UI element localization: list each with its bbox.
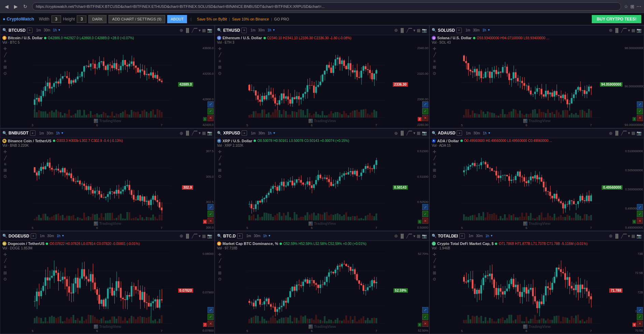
fullscreen-btn-dogeusd[interactable]: ⤢ xyxy=(207,307,214,313)
bar-chart-icon-ethusd[interactable]: ▐▌ xyxy=(399,28,405,33)
tf-dropdown-ethusd[interactable]: ▾ xyxy=(273,28,275,32)
add-chart-btn-totaldefi[interactable]: + xyxy=(459,233,465,239)
crosshair-icon-adausd[interactable]: ⊕ xyxy=(609,131,613,136)
add-chart-btn-btcd[interactable]: + xyxy=(237,233,243,239)
zoom-tool-totaldefi[interactable]: ⊙ xyxy=(430,277,439,281)
width-input[interactable] xyxy=(52,15,61,23)
tf-1h-dogeusd[interactable]: 1h xyxy=(56,234,61,238)
zoom-tool-dogeusd[interactable]: ⊙ xyxy=(1,277,9,281)
line-tool-adausd[interactable]: ╱ xyxy=(430,156,439,160)
zoom-tool-xrpusd[interactable]: ⊙ xyxy=(216,174,224,179)
tf-30m-xrpusd[interactable]: 30m xyxy=(257,131,266,135)
candle-icon-totaldefi[interactable]: ▦ xyxy=(631,234,635,238)
back-button[interactable]: ◀ xyxy=(3,3,11,10)
add-chart-btn-ethusd[interactable]: + xyxy=(241,28,247,33)
line-tool-bnbusdt[interactable]: ╱ xyxy=(1,156,9,160)
candle-icon-btcusd[interactable]: ▦ xyxy=(202,28,206,33)
camera-icon-dogeusd[interactable]: 📷 xyxy=(207,234,212,238)
measure-tool-totaldefi[interactable]: ⊞ xyxy=(430,271,439,275)
indicators-tool-ethusd[interactable]: ≡ xyxy=(216,59,224,63)
bar-chart-icon-totaldefi[interactable]: ▐▌ xyxy=(614,234,620,238)
ext-icon[interactable]: ⊞ xyxy=(630,4,634,9)
tf-1m-solusd[interactable]: 1m xyxy=(464,28,471,32)
remove-btn-btcd[interactable]: ✕ xyxy=(422,321,428,327)
cursor-tool-xrpusd[interactable]: ✛ xyxy=(216,149,224,154)
crosshair-icon-ethusd[interactable]: ⊕ xyxy=(394,28,398,33)
cursor-tool-btcd[interactable]: ✛ xyxy=(216,252,224,257)
fullscreen-btn-xrpusd[interactable]: ⤢ xyxy=(422,204,428,210)
bar-chart-icon-btcd[interactable]: ▐▌ xyxy=(399,234,405,238)
camera-icon-btcd[interactable]: 📷 xyxy=(422,234,427,238)
chart-dropdown-icon-adausd[interactable]: ▾ xyxy=(628,131,630,135)
zoom-tool-btcusd[interactable]: ⊙ xyxy=(1,71,9,76)
tf-1m-xrpusd[interactable]: 1m xyxy=(250,131,257,135)
add-chart-btn-adausd[interactable]: + xyxy=(457,130,462,136)
line-tool-dogeusd[interactable]: ╱ xyxy=(1,258,9,263)
tf-1m-dogeusd[interactable]: 1m xyxy=(39,234,46,238)
measure-tool-bnbusdt[interactable]: ⊞ xyxy=(1,168,9,173)
candle-icon-bnbusdt[interactable]: ▦ xyxy=(202,131,206,135)
add-chart-btn-dogeusd[interactable]: + xyxy=(31,233,36,239)
bybit-link[interactable]: Save 5% on ByBit xyxy=(197,17,227,21)
confirm-btn-dogeusd[interactable]: ✓ xyxy=(207,314,214,320)
tf-1m-ethusd[interactable]: 1m xyxy=(249,28,256,32)
gopro-link[interactable]: GO PRO xyxy=(274,17,289,21)
height-input[interactable] xyxy=(77,15,86,23)
line-tool-btcusd[interactable]: ╱ xyxy=(1,53,9,57)
tf-1h-ethusd[interactable]: 1h xyxy=(267,28,272,32)
tf-dropdown-dogeusd[interactable]: ▾ xyxy=(62,234,64,238)
chart-dropdown-icon-ethusd[interactable]: ▾ xyxy=(413,28,415,33)
candle-icon-btcd[interactable]: ▦ xyxy=(417,234,420,238)
tf-dropdown-totaldefi[interactable]: ▾ xyxy=(491,234,492,238)
confirm-btn-btcusd[interactable]: ✓ xyxy=(207,108,214,114)
fullscreen-btn-adausd[interactable]: ⤢ xyxy=(637,204,643,210)
bar-chart-icon-dogeusd[interactable]: ▐▌ xyxy=(185,234,190,238)
line-chart-icon-bnbusdt[interactable]: ╱▔ xyxy=(192,131,197,135)
confirm-btn-xrpusd[interactable]: ✓ xyxy=(422,211,428,217)
crosshair-icon-dogeusd[interactable]: ⊕ xyxy=(180,233,183,238)
tf-dropdown-btcusd[interactable]: ▾ xyxy=(58,28,60,32)
bar-chart-icon-xrpusd[interactable]: ▐▌ xyxy=(399,131,405,135)
camera-icon-btcusd[interactable]: 📷 xyxy=(207,28,212,33)
chart-dropdown-icon-dogeusd[interactable]: ▾ xyxy=(199,234,201,238)
tf-dropdown-btcd[interactable]: ▾ xyxy=(269,234,270,238)
measure-tool-adausd[interactable]: ⊞ xyxy=(430,168,439,173)
line-chart-icon-dogeusd[interactable]: ╱▔ xyxy=(192,234,197,238)
indicators-tool-btcusd[interactable]: ≡ xyxy=(1,59,9,63)
remove-btn-solusd[interactable]: ✕ xyxy=(637,115,643,121)
fullscreen-btn-btcd[interactable]: ⤢ xyxy=(422,307,428,313)
indicators-tool-totaldefi[interactable]: ≡ xyxy=(430,264,439,269)
binance-link[interactable]: Save 10% on Binance xyxy=(232,17,269,21)
line-tool-solusd[interactable]: ╱ xyxy=(430,53,439,57)
line-tool-totaldefi[interactable]: ╱ xyxy=(430,258,439,263)
tf-30m-totaldefi[interactable]: 30m xyxy=(475,234,484,238)
fullscreen-btn-totaldefi[interactable]: ⤢ xyxy=(637,307,643,313)
measure-tool-btcusd[interactable]: ⊞ xyxy=(1,65,9,70)
bar-chart-icon-adausd[interactable]: ▐▌ xyxy=(614,131,620,135)
line-chart-icon-adausd[interactable]: ╱▔ xyxy=(621,131,627,135)
tf-dropdown-xrpusd[interactable]: ▾ xyxy=(273,131,275,135)
line-tool-btcd[interactable]: ╱ xyxy=(216,258,224,263)
measure-tool-solusd[interactable]: ⊞ xyxy=(430,65,439,70)
confirm-btn-btcd[interactable]: ✓ xyxy=(422,314,428,320)
candle-icon-solusd[interactable]: ▦ xyxy=(631,28,635,33)
zoom-tool-btcd[interactable]: ⊙ xyxy=(216,277,224,281)
add-chart-btn-solusd[interactable]: + xyxy=(456,28,462,33)
camera-icon-solusd[interactable]: 📷 xyxy=(636,28,642,33)
fullscreen-btn-ethusd[interactable]: ⤢ xyxy=(422,101,428,107)
confirm-btn-totaldefi[interactable]: ✓ xyxy=(637,314,643,320)
crosshair-icon-solusd[interactable]: ⊕ xyxy=(609,28,613,33)
crosshair-icon-xrpusd[interactable]: ⊕ xyxy=(394,131,398,136)
cursor-tool-adausd[interactable]: ✛ xyxy=(430,149,439,154)
indicators-tool-adausd[interactable]: ≡ xyxy=(430,162,439,166)
line-chart-icon-xrpusd[interactable]: ╱▔ xyxy=(406,131,412,135)
menu-icon[interactable]: ⋯ xyxy=(636,4,641,9)
camera-icon-xrpusd[interactable]: 📷 xyxy=(422,131,427,135)
crosshair-icon-btcd[interactable]: ⊕ xyxy=(394,233,398,238)
remove-btn-totaldefi[interactable]: ✕ xyxy=(637,321,643,327)
tf-1m-btcd[interactable]: 1m xyxy=(245,234,252,238)
tf-1m-totaldefi[interactable]: 1m xyxy=(468,234,474,238)
tf-30m-solusd[interactable]: 30m xyxy=(472,28,481,32)
tf-1h-adausd[interactable]: 1h xyxy=(482,131,488,135)
tf-1h-totaldefi[interactable]: 1h xyxy=(484,234,490,238)
